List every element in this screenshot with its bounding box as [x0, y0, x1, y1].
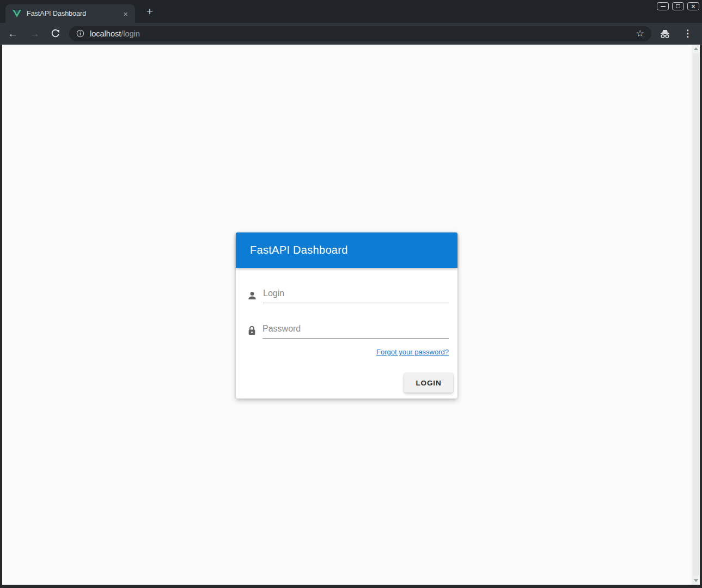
password-input[interactable]: [263, 322, 449, 339]
page-scrollbar[interactable]: [692, 45, 700, 585]
page-content: FastAPI Dashboard: [2, 45, 700, 585]
incognito-icon: [659, 28, 671, 39]
forward-icon[interactable]: →: [29, 28, 40, 39]
scrollbar-down-icon[interactable]: [692, 577, 700, 585]
address-bar[interactable]: localhost/login ☆: [69, 26, 651, 41]
login-button[interactable]: LOGIN: [404, 373, 453, 393]
scrollbar-up-icon[interactable]: [692, 45, 700, 53]
url-path: /login: [121, 29, 140, 38]
person-icon: [247, 291, 257, 301]
lock-icon: [247, 325, 257, 336]
maximize-icon: [676, 4, 680, 8]
login-card-header: FastAPI Dashboard: [236, 232, 457, 268]
forgot-password-link[interactable]: Forgot your password?: [376, 348, 449, 356]
window-titlebar: FastAPI Dashboard × + ×: [0, 0, 702, 23]
browser-toolbar: ← → localhost/login ☆: [0, 23, 702, 45]
browser-tab[interactable]: FastAPI Dashboard ×: [5, 4, 135, 23]
tab-close-icon[interactable]: ×: [120, 9, 131, 19]
login-field-row: [247, 286, 449, 303]
minimize-button[interactable]: [657, 2, 669, 10]
minimize-icon: [661, 6, 666, 7]
url-host: localhost: [90, 29, 121, 38]
page-info-icon[interactable]: [76, 29, 85, 38]
new-tab-button[interactable]: +: [143, 4, 156, 19]
window-controls: ×: [657, 2, 699, 10]
bookmark-star-icon[interactable]: ☆: [634, 28, 646, 39]
maximize-button[interactable]: [672, 2, 684, 10]
password-field-row: [247, 322, 449, 339]
url-text[interactable]: localhost/login: [90, 29, 140, 38]
browser-menu-icon[interactable]: ⋮: [680, 28, 695, 39]
back-icon[interactable]: ←: [8, 28, 18, 39]
close-button[interactable]: ×: [687, 2, 699, 10]
reload-icon[interactable]: [50, 28, 60, 39]
vue-logo-icon: [13, 9, 21, 18]
tab-title: FastAPI Dashboard: [27, 10, 120, 17]
browser-window: FastAPI Dashboard × + × ← →: [0, 0, 702, 588]
login-input[interactable]: [263, 287, 449, 303]
login-card-title: FastAPI Dashboard: [250, 244, 348, 256]
login-card: FastAPI Dashboard: [236, 232, 457, 399]
scrollbar-thumb[interactable]: [693, 53, 699, 576]
